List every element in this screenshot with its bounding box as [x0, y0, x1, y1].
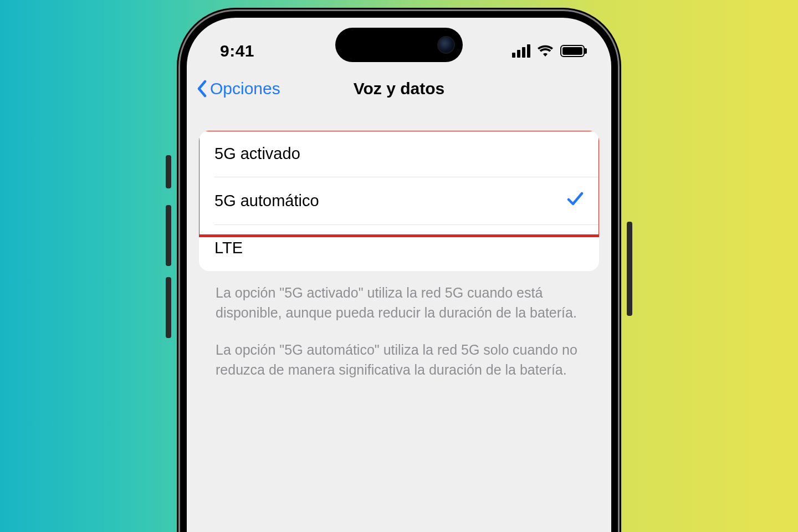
iphone-frame: 9:41	[180, 11, 618, 532]
front-camera-icon	[437, 36, 455, 54]
volume-up-button	[166, 205, 171, 266]
status-time: 9:41	[220, 42, 254, 60]
voice-data-options-group: 5G activado 5G automático LTE	[199, 131, 599, 271]
option-label: 5G activado	[214, 145, 300, 163]
volume-mute-switch	[166, 155, 171, 188]
description-5g-auto: La opción "5G automático" utiliza la red…	[216, 340, 582, 380]
wifi-icon	[537, 45, 554, 57]
chevron-left-icon	[197, 80, 208, 98]
option-5g-auto[interactable]: 5G automático	[199, 177, 599, 224]
back-button[interactable]: Opciones	[197, 79, 280, 98]
nav-bar: Opciones Voz y datos	[187, 69, 611, 109]
cellular-signal-icon	[512, 44, 530, 58]
volume-down-button	[166, 277, 171, 338]
page-title: Voz y datos	[354, 79, 444, 98]
options-description: La opción "5G activado" utiliza la red 5…	[199, 271, 599, 380]
back-button-label: Opciones	[210, 79, 280, 98]
battery-icon	[560, 45, 585, 57]
option-label: 5G automático	[214, 192, 319, 210]
option-5g-on[interactable]: 5G activado	[199, 131, 599, 177]
option-label: LTE	[214, 239, 243, 257]
option-lte[interactable]: LTE	[199, 225, 599, 271]
dynamic-island	[335, 28, 463, 62]
description-5g-on: La opción "5G activado" utiliza la red 5…	[216, 283, 582, 323]
checkmark-icon	[567, 191, 584, 211]
power-button	[627, 222, 632, 316]
